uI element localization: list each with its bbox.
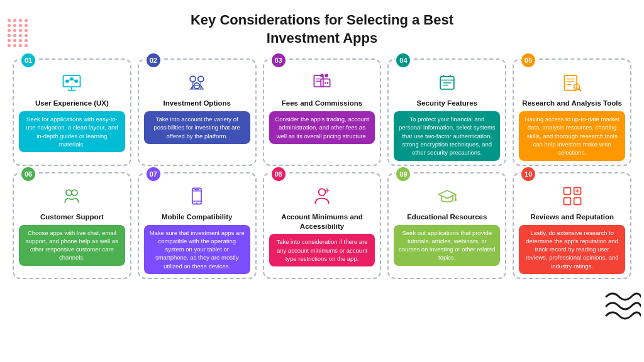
card-desc-2: Take into account the variety of possibi… — [144, 111, 250, 144]
wave-decoration — [603, 290, 641, 324]
card-desc-1: Seek for applications with easy-to-use n… — [19, 111, 125, 152]
card-desc-10: Lastly, do extensive research to determi… — [519, 225, 625, 274]
card-desc-9: Seek out applications that provide tutor… — [394, 225, 500, 266]
card-desc-4: To protect your financial and personal i… — [394, 111, 500, 160]
svg-point-41 — [319, 189, 326, 195]
svg-point-39 — [196, 202, 198, 204]
card-number-10: 10 — [520, 166, 536, 182]
svg-rect-48 — [564, 197, 570, 204]
card-icon-5 — [561, 65, 584, 99]
card-icon-2 — [186, 65, 208, 99]
cards-row-2: 06Customer SupportChoose apps with live … — [13, 172, 631, 279]
card-icon-3 — [311, 65, 333, 99]
card-title-5: Research and Analysis Tools — [522, 99, 622, 108]
decorative-dots — [8, 19, 28, 47]
card-title-3: Fees and Commissions — [282, 99, 362, 108]
card-6: 06Customer SupportChoose apps with live … — [13, 172, 131, 279]
svg-point-19 — [327, 82, 329, 84]
card-desc-7: Make sure that investment apps are compa… — [144, 225, 250, 274]
card-number-8: 08 — [270, 166, 287, 182]
card-number-5: 05 — [520, 52, 536, 69]
card-2: 02Investment OptionsTake into account th… — [138, 58, 257, 165]
svg-point-34 — [66, 190, 72, 195]
card-title-4: Security Features — [417, 99, 478, 108]
svg-rect-49 — [574, 197, 580, 204]
card-3: 03Fees and CommissionsConsider the app's… — [263, 58, 382, 165]
card-icon-7 — [186, 178, 208, 212]
card-4: 04Security FeaturesTo protect your finan… — [387, 58, 506, 165]
svg-point-8 — [190, 76, 196, 82]
page-wrapper: Key Considerations for Selecting a Best … — [0, 0, 644, 362]
card-title-1: User Experience (UX) — [35, 99, 109, 108]
card-number-7: 07 — [145, 166, 162, 182]
svg-point-9 — [198, 76, 204, 82]
card-5: 05Research and Analysis ToolsHaving acce… — [513, 58, 631, 165]
card-desc-6: Choose apps with live chat, email suppor… — [19, 225, 125, 266]
card-title-2: Investment Options — [164, 99, 231, 108]
card-icon-1 — [60, 65, 83, 99]
svg-line-33 — [579, 89, 580, 91]
card-number-1: 01 — [20, 52, 36, 69]
card-icon-6 — [60, 178, 83, 212]
card-number-9: 09 — [395, 166, 411, 182]
card-title-10: Reviews and Reputation — [530, 212, 614, 222]
card-1: 01User Experience (UX)Seek for applicati… — [13, 58, 131, 165]
card-number-4: 04 — [395, 52, 411, 69]
card-title-6: Customer Support — [40, 212, 104, 222]
svg-point-18 — [325, 82, 326, 84]
svg-rect-36 — [192, 188, 201, 204]
card-icon-4 — [436, 65, 458, 99]
card-desc-8: Take into consideration if there are any… — [269, 234, 375, 266]
card-title-8: Account Minimums and Accessibility — [269, 212, 375, 231]
card-9: 09Educational ResourcesSeek out applicat… — [387, 172, 506, 279]
card-desc-3: Consider the app's trading, account admi… — [269, 111, 375, 144]
page-title: Key Considerations for Selecting a Best … — [13, 11, 631, 47]
svg-rect-28 — [564, 75, 577, 90]
svg-rect-46 — [564, 187, 570, 194]
svg-point-35 — [72, 190, 77, 195]
card-icon-10 — [561, 178, 584, 212]
card-icon-9 — [436, 178, 458, 212]
card-icon-8 — [311, 178, 333, 212]
card-title-7: Mobile Compatibility — [162, 212, 232, 222]
card-8: 08Account Minimums and AccessibilityTake… — [263, 172, 382, 279]
card-number-6: 06 — [20, 166, 36, 182]
svg-point-21 — [325, 74, 328, 77]
card-title-9: Educational Resources — [407, 212, 487, 222]
card-7: 07Mobile CompatibilityMake sure that inv… — [138, 172, 257, 279]
svg-point-45 — [454, 199, 457, 201]
card-number-2: 02 — [145, 52, 162, 69]
svg-point-20 — [320, 74, 323, 77]
card-10: 10Reviews and ReputationLastly, do exten… — [513, 172, 631, 279]
card-desc-5: Having access to up-to-date market data,… — [519, 111, 625, 160]
cards-row-1: 01User Experience (UX)Seek for applicati… — [13, 58, 631, 165]
card-number-3: 03 — [270, 52, 287, 69]
